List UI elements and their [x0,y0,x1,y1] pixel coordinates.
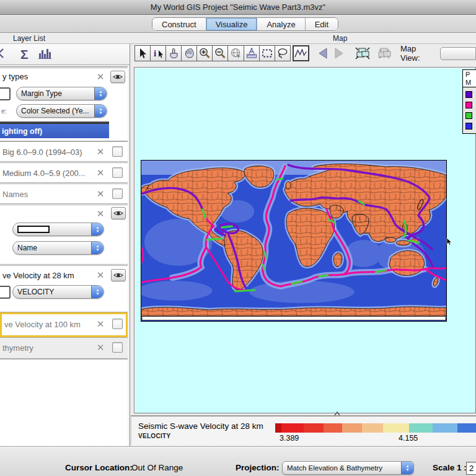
legend-field-name: VELOCITY [138,433,170,439]
back-view-button[interactable] [316,45,330,61]
mouse-cursor [446,237,453,246]
back-triangle-icon [317,47,328,60]
ramp-segment [281,423,304,433]
svg-text:i: i [154,48,156,58]
tab-edit[interactable]: Edit [305,18,338,30]
layer-swave-100km-selected[interactable]: ve Velocity at 100 km [0,312,128,337]
map-header: Map [333,34,347,43]
layer-visibility-checkbox[interactable] [112,342,123,353]
map-legend-overlay[interactable]: P M [462,69,476,134]
app-window: My World GIS Project "Seimic Wave Part3.… [0,0,476,476]
pan-tool-button[interactable] [181,45,197,61]
truncated-popup[interactable] [0,87,11,100]
tab-construct[interactable]: Construct [152,18,206,30]
remove-layer-button[interactable] [95,209,105,219]
select-tool-button[interactable] [134,45,151,61]
chevron-left-icon[interactable] [0,47,6,62]
layer-big-quakes[interactable]: Big 6.0–9.0 (1994–03) [0,141,128,162]
label-field-select[interactable]: Name ▲▼ [12,241,104,255]
legend-title: P M [463,70,476,87]
color-mode-select[interactable]: Color Selected (Ye... ▲▼ [16,104,107,118]
layer-visibility-checkbox[interactable] [112,188,123,199]
mode-tab-strip: Construct Visualize Analyze Edit [0,15,476,33]
stepper-arrows-icon: ▲▼ [94,105,107,117]
line-profile-icon [294,48,307,59]
map-view[interactable]: P M [134,67,476,413]
layer-countries[interactable]: ▲▼ Name ▲▼ [0,205,128,265]
zoom-in-tool-button[interactable] [196,45,213,61]
selected-list-item[interactable]: ighting off) [0,124,109,138]
forward-view-button[interactable] [332,45,346,61]
layer-visible-eye-button[interactable] [110,71,125,83]
layer-list-header: Layer List [13,34,45,43]
layer-visible-eye-button[interactable] [111,269,126,281]
color-swatch-select[interactable]: ▲▼ [12,223,104,236]
layer-swave-28km[interactable]: ve Velocity at 28 km VELOCITY ▲▼ [0,265,128,312]
statistics-sigma-icon[interactable]: Σ [20,47,29,62]
tab-visualize[interactable]: Visualize [206,18,257,30]
layer-bathymetry[interactable]: thymetry [0,337,128,359]
layer-visible-eye-button[interactable] [111,207,126,219]
velocity-field-select[interactable]: VELOCITY ▲▼ [12,285,104,299]
layer-list-panel: Σ y types Margin Type ▲▼ [0,44,130,446]
ramp-segment [457,423,476,433]
expand-windows-button[interactable] [353,45,371,61]
layer-title: thymetry [2,343,33,353]
rectangle-select-tool-button[interactable] [259,45,275,61]
forward-triangle-icon [333,47,345,60]
layer-medium-quakes[interactable]: Medium 4.0–5.9 (200... [0,162,128,183]
profile-chart-tool-button[interactable] [293,45,309,61]
cursor-location-value: Out Of Range [131,463,183,472]
identify-tool-button[interactable]: i [150,45,166,61]
projection-select[interactable]: Match Elevation & Bathymetry ▲▼ [282,461,414,475]
remove-layer-button[interactable] [95,168,105,178]
projection-label: Projection: [236,463,280,472]
remove-layer-button[interactable] [95,147,105,157]
mode-segmented-control: Construct Visualize Analyze Edit [152,17,338,31]
ramp-segment [383,423,409,433]
eye-icon [113,271,123,279]
legend-chip [465,91,472,98]
layer-plate-boundary-types[interactable]: y types Margin Type ▲▼ e: Color Selected… [0,68,128,141]
layer-visibility-checkbox[interactable] [112,146,123,157]
lasso-select-tool-button[interactable] [275,45,291,61]
remove-layer-button[interactable] [95,189,105,199]
collapse-windows-button[interactable] [375,45,393,61]
collapse-icon [376,46,393,61]
ramp-segment [275,423,281,433]
ramp-segment [433,423,457,433]
ramp-tick-min: 3.389 [280,434,299,443]
title-bar[interactable]: My World GIS Project "Seimic Wave Part3.… [0,0,476,15]
layer-title: Big 6.0–9.0 (1994–03) [2,148,82,157]
world-map[interactable] [141,160,447,322]
zoom-out-tool-button[interactable] [212,45,228,61]
layer-visibility-checkbox[interactable] [112,319,123,329]
tab-analyze[interactable]: Analyze [257,18,304,30]
margin-type-select[interactable]: Margin Type ▲▼ [16,87,107,100]
zoom-to-extent-button[interactable] [227,45,244,61]
remove-layer-button[interactable] [95,319,105,329]
map-view-select[interactable] [440,47,476,60]
remove-layer-button[interactable] [95,270,105,280]
layer-list-empty-area [0,359,128,446]
zoom-out-icon [214,47,226,60]
window-title: My World GIS Project "Seimic Wave Part3.… [151,2,325,12]
stepper-arrows-icon: ▲▼ [401,462,413,474]
grab-hand-icon [183,47,195,60]
scale-input[interactable]: 2 [466,462,476,475]
stepper-arrows-icon: ▲▼ [94,87,107,100]
status-bar: Cursor Location: Out Of Range Projection… [0,446,476,476]
active-layer-legend: Seismic S-wave Velocity at 28 km VELOCIT… [131,415,476,445]
marquee-icon [261,47,273,60]
eye-icon [113,209,123,217]
remove-layer-button[interactable] [95,343,105,353]
remove-layer-button[interactable] [95,72,105,82]
layer-names[interactable]: Names [0,183,128,204]
layer-visibility-checkbox[interactable] [112,167,123,178]
histogram-icon[interactable] [37,47,52,62]
measure-tool-button[interactable] [244,45,260,61]
stepper-arrows-icon: ▲▼ [91,223,104,236]
point-hand-tool-button[interactable] [165,45,182,61]
truncated-popup[interactable] [0,286,11,299]
lasso-icon [276,47,289,60]
